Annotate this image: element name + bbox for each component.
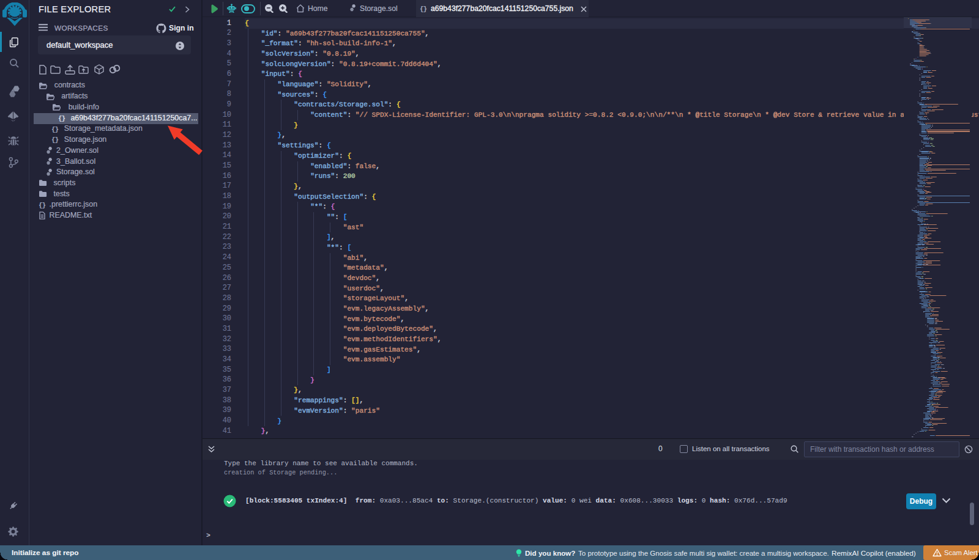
svg-text:}: }: [55, 136, 59, 144]
svg-text:}: }: [62, 114, 66, 122]
svg-text:}: }: [55, 125, 59, 133]
svg-text:}: }: [423, 6, 428, 13]
svg-text:}: }: [42, 201, 46, 208]
